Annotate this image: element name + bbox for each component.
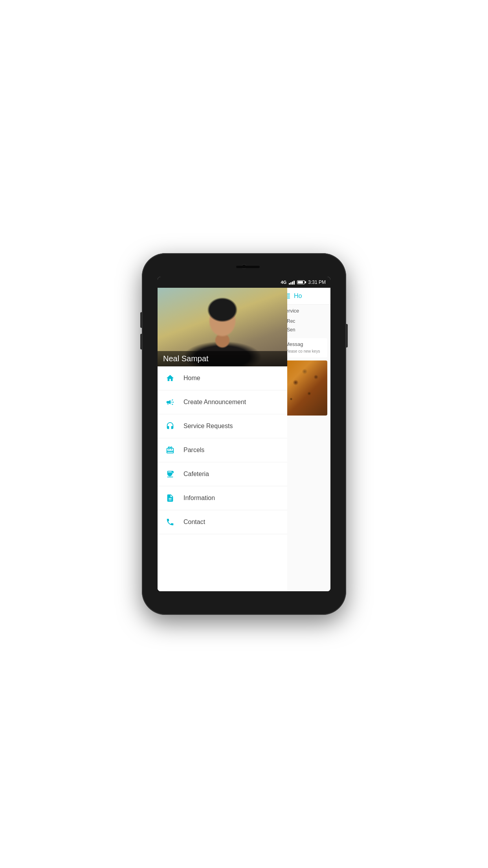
- vol-down-button[interactable]: [140, 334, 142, 349]
- service-section-title: Service: [282, 308, 327, 314]
- service-sent-label: Sen: [287, 327, 295, 333]
- signal-bar-4: [294, 281, 295, 285]
- nav-parcels-label: Parcels: [183, 447, 204, 454]
- service-received-label: Rec: [287, 318, 295, 324]
- vol-up-button[interactable]: [140, 312, 142, 328]
- nav-contact-label: Contact: [183, 519, 205, 526]
- phone-icon: [165, 517, 176, 528]
- battery-fill: [298, 281, 303, 283]
- nav-information-label: Information: [183, 495, 215, 502]
- gift-icon: [165, 445, 176, 456]
- home-icon: [165, 373, 176, 384]
- signal-bars: [289, 280, 295, 285]
- nav-home-label: Home: [183, 375, 200, 382]
- nav-item-cafeteria[interactable]: Cafeteria: [158, 462, 287, 486]
- front-speaker: [236, 266, 260, 268]
- info-icon: [165, 493, 176, 504]
- service-item-received[interactable]: ➤ Rec: [282, 317, 327, 326]
- announcement-icon: [165, 397, 176, 408]
- screen-content: Neal Sampat Home: [158, 288, 330, 591]
- nav-item-home[interactable]: Home: [158, 366, 287, 390]
- coffee-icon: [165, 469, 176, 480]
- nav-list: Home Create Announcement: [158, 366, 287, 591]
- network-indicator: 4G: [281, 280, 287, 285]
- profile-overlay: Neal Sampat: [158, 351, 287, 366]
- battery-icon: [297, 280, 305, 284]
- status-bar: 4G 3:31 PM: [158, 277, 330, 288]
- message-section-text: Please co new keys: [285, 349, 324, 354]
- signal-bar-3: [292, 281, 293, 285]
- profile-header: Neal Sampat: [158, 288, 287, 366]
- home-panel-title: Ho: [294, 292, 302, 300]
- signal-bar-1: [289, 283, 290, 285]
- phone-device: 4G 3:31 PM: [142, 253, 346, 615]
- profile-name: Neal Sampat: [163, 354, 209, 363]
- nav-item-parcels[interactable]: Parcels: [158, 438, 287, 462]
- nav-item-contact[interactable]: Contact: [158, 510, 287, 534]
- service-item-sent[interactable]: ⬅ Sen: [282, 326, 327, 334]
- nav-item-information[interactable]: Information: [158, 486, 287, 510]
- clock: 3:31 PM: [308, 280, 326, 285]
- nav-announcement-label: Create Announcement: [183, 399, 246, 406]
- nav-item-create-announcement[interactable]: Create Announcement: [158, 390, 287, 414]
- nav-drawer: Neal Sampat Home: [158, 288, 287, 591]
- nav-service-label: Service Requests: [183, 423, 233, 430]
- food-image: [282, 360, 327, 416]
- message-section-title: Messag: [285, 341, 324, 347]
- signal-bar-2: [290, 282, 292, 285]
- message-section: Messag Please co new keys: [282, 338, 327, 357]
- phone-screen: 4G 3:31 PM: [158, 277, 330, 591]
- nav-cafeteria-label: Cafeteria: [183, 471, 209, 478]
- nav-item-service-requests[interactable]: Service Requests: [158, 414, 287, 438]
- headset-icon: [165, 421, 176, 432]
